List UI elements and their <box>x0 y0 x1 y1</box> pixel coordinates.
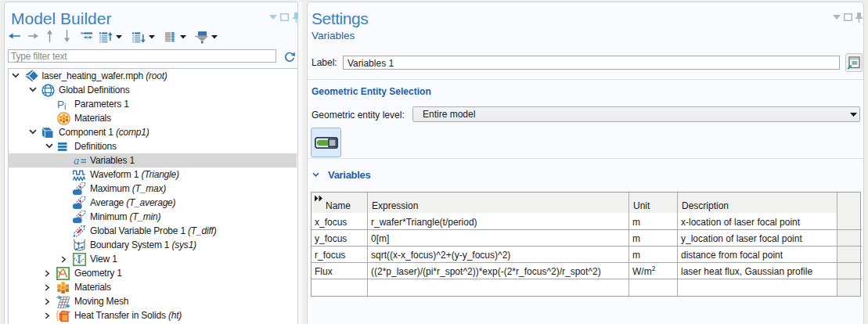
svg-text:a: a <box>74 154 79 167</box>
svg-text:P: P <box>57 99 64 110</box>
svg-text:i: i <box>64 102 66 111</box>
